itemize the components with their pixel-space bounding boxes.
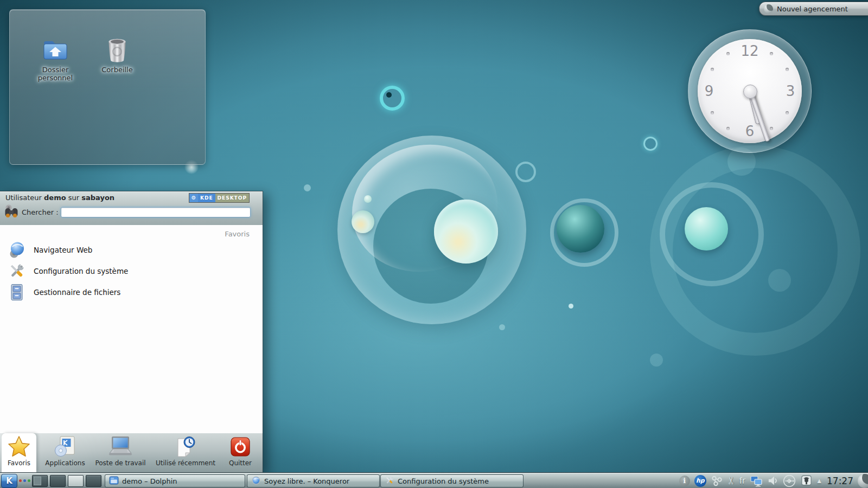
power-icon <box>222 433 258 460</box>
clock-tick <box>726 127 730 130</box>
volume-icon[interactable] <box>767 475 778 486</box>
red-dot-icon <box>19 479 22 482</box>
panel-cashew-icon[interactable] <box>858 474 868 488</box>
pager-window <box>34 477 41 485</box>
tab-label: Utilisé récemment <box>153 459 218 467</box>
clock-numeral-6: 6 <box>745 123 755 139</box>
usb-icon[interactable] <box>783 474 796 487</box>
tab-applications[interactable]: Applications <box>40 433 90 473</box>
folder-view-widget: Dossier personnel Corbeille <box>9 9 206 165</box>
analog-clock-widget[interactable]: 12 3 6 9 <box>688 29 812 153</box>
new-layout-button[interactable]: Nouvel agencement <box>759 2 868 16</box>
menu-item-file-manager[interactable]: Gestionnaire de fichiers <box>0 281 263 303</box>
clock-tick <box>770 52 773 55</box>
konqueror-icon <box>251 476 261 487</box>
home-folder-icon <box>24 33 87 63</box>
dolphin-icon <box>109 476 119 487</box>
task-button-konqueror[interactable]: Soyez libre. – Konqueror <box>247 474 380 487</box>
tab-quitter[interactable]: Quitter <box>222 433 258 473</box>
kickoff-tab-bar: Favoris Applications <box>0 433 263 473</box>
device-notifier-icon[interactable] <box>800 474 813 487</box>
tab-poste-de-travail[interactable]: Poste de travail <box>92 433 149 473</box>
task-button-system-settings[interactable]: Configuration du système <box>380 474 524 487</box>
star-icon <box>2 433 36 460</box>
clock-hub <box>743 85 757 99</box>
file-manager-icon <box>7 283 27 301</box>
kmenu-button[interactable]: K <box>1 474 17 488</box>
keyboard-layout-indicator[interactable]: fr <box>739 476 745 486</box>
clock-tick <box>786 111 789 114</box>
pager <box>32 475 101 487</box>
folder-view-item-label: Corbeille <box>86 66 149 74</box>
green-dot-icon <box>28 479 30 482</box>
menu-item-web-browser[interactable]: Navigateur Web <box>0 239 263 260</box>
tab-label: Favoris <box>2 459 36 467</box>
clock-tick <box>786 68 789 71</box>
clock-numeral-12: 12 <box>741 43 758 59</box>
search-input[interactable] <box>61 207 251 217</box>
kickoff-user-text: Utilisateur demo sur sabayon <box>5 194 114 202</box>
tab-favoris[interactable]: Favoris <box>2 433 36 473</box>
folder-view-item-trash[interactable]: Corbeille <box>86 33 149 74</box>
favorites-section-label: Favoris <box>225 230 250 238</box>
tab-label: Applications <box>40 459 90 467</box>
pager-desktop-3[interactable] <box>68 475 84 487</box>
menu-item-label: Gestionnaire de fichiers <box>34 288 120 297</box>
clock-numeral-3: 3 <box>786 83 795 99</box>
folder-view-item-home[interactable]: Dossier personnel <box>24 33 87 82</box>
pager-desktop-4[interactable] <box>86 475 101 487</box>
expand-tray-icon[interactable]: ▲ <box>817 478 821 484</box>
desktop: Dossier personnel Corbeille <box>0 0 868 488</box>
kickoff-header: Utilisateur demo sur sabayon ⚙ KDE DESKT… <box>0 191 263 225</box>
clock-tick <box>711 111 714 114</box>
taskbar-panel: K demo – Dolphin <box>0 472 868 488</box>
recent-documents-icon <box>153 433 218 460</box>
menu-item-label: Navigateur Web <box>34 246 92 254</box>
hp-icon[interactable]: hp <box>694 475 706 487</box>
blue-dot-icon <box>23 479 26 482</box>
pager-desktop-2[interactable] <box>50 475 66 487</box>
scissors-icon[interactable]: ✂ <box>725 477 737 485</box>
molecule-icon[interactable] <box>711 475 723 487</box>
kde-desktop-badge: ⚙ KDE DESKTOP <box>189 193 250 203</box>
clock-tick <box>770 127 773 130</box>
system-settings-icon <box>7 262 27 280</box>
info-icon[interactable]: i <box>679 476 690 486</box>
clock-tick <box>726 52 730 55</box>
kde-gear-icon: ⚙ <box>189 194 198 202</box>
task-label: Soyez libre. – Konqueror <box>264 477 349 485</box>
clock-tick <box>711 68 714 71</box>
tab-label: Quitter <box>222 459 258 467</box>
clock-numeral-9: 9 <box>705 83 714 99</box>
tab-label: Poste de travail <box>92 459 149 467</box>
task-label: Configuration du système <box>398 477 489 485</box>
pager-desktop-1[interactable] <box>32 475 48 487</box>
search-icon <box>3 203 20 223</box>
cashew-icon <box>764 4 773 14</box>
search-label: Chercher : <box>22 208 59 216</box>
system-settings-icon <box>385 476 394 487</box>
activity-dots[interactable] <box>19 479 30 482</box>
kickoff-content: Favoris Navigateur Web <box>0 225 263 433</box>
new-layout-label: Nouvel agencement <box>777 5 848 13</box>
menu-item-label: Configuration du système <box>34 267 128 275</box>
tab-utilise-recemment[interactable]: Utilisé récemment <box>153 433 218 473</box>
task-label: demo – Dolphin <box>122 477 177 485</box>
menu-item-system-settings[interactable]: Configuration du système <box>0 260 263 281</box>
kde-logo-icon: K <box>6 476 12 486</box>
network-icon[interactable] <box>750 474 763 487</box>
folder-view-item-label: Dossier personnel <box>24 66 87 82</box>
trash-icon <box>86 33 149 63</box>
web-browser-icon <box>7 241 27 259</box>
computer-icon <box>92 433 149 460</box>
kickoff-menu: Utilisateur demo sur sabayon ⚙ KDE DESKT… <box>0 191 263 473</box>
applications-icon <box>40 433 90 460</box>
task-button-dolphin[interactable]: demo – Dolphin <box>105 474 245 487</box>
system-tray: i hp ✂ fr <box>679 473 868 488</box>
panel-clock[interactable]: 17:27 <box>827 476 853 486</box>
